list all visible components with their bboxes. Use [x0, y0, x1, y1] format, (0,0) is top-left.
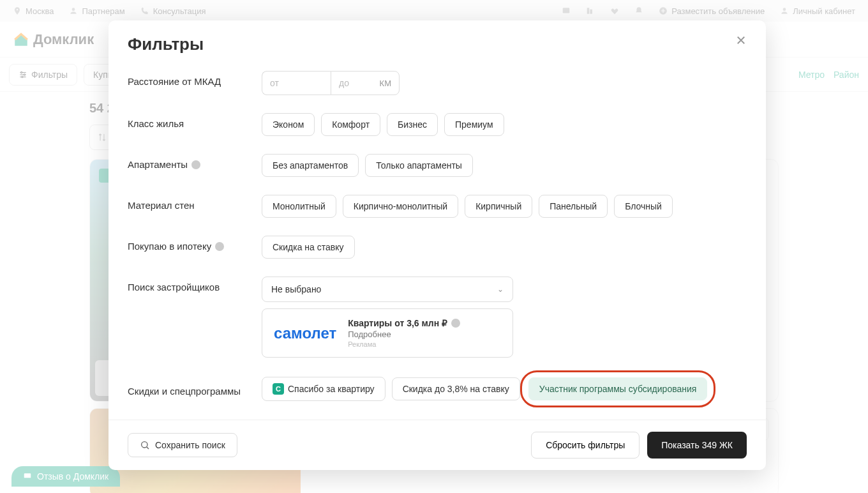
filter-label: Апартаменты [128, 154, 262, 170]
filter-developers: Поиск застройщиков Не выбрано ⌄ самолет … [128, 268, 747, 367]
chevron-down-icon: ⌄ [497, 285, 504, 294]
close-icon [735, 34, 747, 46]
filter-label: Класс жилья [128, 113, 262, 129]
chip-brick[interactable]: Кирпичный [465, 195, 532, 218]
mkad-to-input[interactable]: до КМ [331, 71, 400, 95]
chip-panel[interactable]: Панельный [539, 195, 608, 218]
filter-mkad: Расстояние от МКАД от до КМ [128, 62, 747, 104]
filter-label: Поиск застройщиков [128, 277, 262, 292]
sber-icon: С [273, 383, 284, 395]
filter-label: Материал стен [128, 195, 262, 211]
promo-logo: самолет [274, 324, 336, 342]
chip-no-apartments[interactable]: Без апартаментов [262, 154, 359, 177]
chip-premium[interactable]: Премиум [444, 113, 504, 136]
chip-rate-discount[interactable]: Скидка на ставку [262, 236, 355, 259]
info-icon[interactable] [215, 242, 224, 251]
promo-ad-label: Реклама [348, 340, 460, 348]
show-results-button[interactable]: Показать 349 ЖК [647, 432, 747, 459]
chip-business[interactable]: Бизнес [387, 113, 438, 136]
close-button[interactable] [735, 34, 747, 49]
filter-label: Расстояние от МКАД [128, 71, 262, 87]
filter-class: Класс жилья Эконом Комфорт Бизнес Премиу… [128, 104, 747, 145]
reset-filters-button[interactable]: Сбросить фильтры [531, 432, 640, 459]
highlighted-annotation: Участник программы субсидирования [520, 370, 716, 407]
promo-sub: Подробнее [348, 330, 460, 339]
svg-point-13 [142, 442, 147, 448]
chip-block[interactable]: Блочный [614, 195, 673, 218]
filter-label: Покупаю в ипотеку [128, 236, 262, 252]
modal-footer: Сохранить поиск Сбросить фильтры Показат… [108, 420, 766, 470]
filters-modal: Фильтры Расстояние от МКАД от до КМ Клас… [108, 20, 766, 470]
modal-title: Фильтры [128, 34, 204, 54]
save-search-button[interactable]: Сохранить поиск [128, 433, 237, 457]
filter-label: Скидки и спецпрограммы [128, 375, 262, 397]
filter-apartments: Апартаменты Без апартаментов Только апар… [128, 145, 747, 186]
chip-subsidy-program[interactable]: Участник программы субсидирования [528, 377, 708, 400]
filter-extra: Дополнительно Только с видео Только с фо… [128, 411, 747, 420]
developers-select[interactable]: Не выбрано ⌄ [262, 277, 513, 302]
filter-discounts: Скидки и спецпрограммы С Спасибо за квар… [128, 367, 747, 411]
info-icon[interactable] [191, 160, 200, 169]
chip-brick-mono[interactable]: Кирпично-монолитный [343, 195, 458, 218]
chip-monolithic[interactable]: Монолитный [262, 195, 336, 218]
promo-title: Квартиры от 3,6 млн ₽ [348, 318, 460, 328]
chip-only-apartments[interactable]: Только апартаменты [365, 154, 473, 177]
chip-rate-discount[interactable]: Скидка до 3,8% на ставку [392, 377, 520, 400]
chip-thanks[interactable]: С Спасибо за квартиру [262, 377, 385, 401]
bookmark-icon [140, 440, 150, 450]
chip-comfort[interactable]: Комфорт [321, 113, 380, 136]
promo-card[interactable]: самолет Квартиры от 3,6 млн ₽ Подробнее … [262, 308, 513, 358]
info-icon[interactable] [451, 319, 460, 328]
modal-body: Расстояние от МКАД от до КМ Класс жилья … [108, 62, 766, 420]
filter-walls: Материал стен Монолитный Кирпично-моноли… [128, 186, 747, 227]
filter-mortgage: Покупаю в ипотеку Скидка на ставку [128, 227, 747, 268]
chip-economy[interactable]: Эконом [262, 113, 315, 136]
mkad-from-input[interactable]: от [262, 71, 331, 95]
